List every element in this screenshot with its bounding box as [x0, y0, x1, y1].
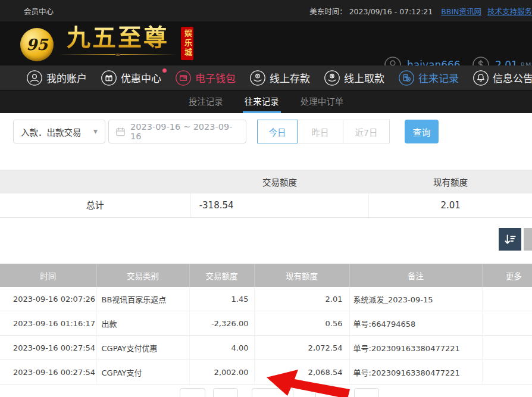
- cell-more: [482, 287, 532, 311]
- sort-toolbar: [499, 228, 532, 251]
- cell-amount: 2,002.00: [189, 360, 254, 385]
- cell-remark: 单号:202309163380477221: [349, 360, 482, 385]
- nav-item-ewallet[interactable]: 电子钱包: [176, 70, 236, 86]
- summary-header-row: 交易额度 现有额度: [0, 170, 532, 193]
- table-header-row: 时间 交易类别 交易额度 现有额度 备注 更多: [0, 264, 532, 287]
- calendar-icon: [115, 127, 126, 137]
- summary-total-label: 总计: [0, 193, 191, 217]
- summary-total-amount: -318.54: [191, 193, 370, 217]
- yesterday-button[interactable]: 昨日: [297, 120, 343, 143]
- sort-direction-button[interactable]: [524, 228, 532, 251]
- col-header-balance[interactable]: 现有额度: [254, 264, 349, 287]
- nav-label: 线上取款: [344, 70, 384, 85]
- cell-remark: 单号:664794658: [349, 311, 482, 336]
- gift-icon: [101, 70, 117, 86]
- wallet-icon: [176, 70, 191, 86]
- header-bar: 95 九五至尊 ∞ 娱乐城 haiyan666: [0, 21, 532, 65]
- withdraw-coin-icon: [324, 70, 340, 86]
- summary-header-balance: 现有额度: [369, 176, 532, 188]
- nav-label: 信息公告: [493, 70, 532, 85]
- logo-monogram: 95: [20, 28, 54, 61]
- cell-time: 2023-09-16 01:16:17: [0, 311, 96, 336]
- summary-total-row: 总计 -318.54 2.01: [0, 193, 532, 218]
- cell-remark: 单号:202309163380477221: [349, 336, 482, 360]
- nav-item-my-account[interactable]: 我的账户: [27, 70, 87, 86]
- bbin-news-link[interactable]: BBIN资讯网: [441, 5, 481, 17]
- user-icon: [27, 70, 42, 86]
- nav-item-withdraw[interactable]: 线上取款: [324, 70, 384, 86]
- transaction-type-value: 入款．出款交易: [21, 126, 82, 138]
- col-header-time[interactable]: 时间: [0, 264, 96, 287]
- cell-balance: 2,072.54: [254, 336, 349, 360]
- summary-table: 交易额度 现有额度 总计 -318.54 2.01: [0, 170, 532, 218]
- transaction-type-select[interactable]: 入款．出款交易 ▼: [13, 120, 105, 143]
- tab-pending-orders[interactable]: 处理中订单: [299, 90, 346, 113]
- table-body: 2023-09-16 02:07:26 BB视讯百家乐返点 1.45 2.01 …: [0, 287, 532, 385]
- deposit-coin-icon: [250, 70, 265, 86]
- tech-support-link[interactable]: 技术支持服务: [487, 5, 532, 17]
- col-header-amount[interactable]: 交易额度: [189, 264, 254, 287]
- nav-item-transaction-records[interactable]: 往来记录: [399, 70, 459, 86]
- cell-more: [482, 360, 532, 385]
- records-icon: [399, 70, 414, 86]
- cell-time: 2023-09-16 00:27:54: [0, 336, 96, 360]
- brand-name: 九五至尊: [67, 24, 169, 51]
- date-range-input[interactable]: 2023-09-16 ~ 2023-09-16: [108, 120, 246, 143]
- summary-header-amount: 交易额度: [190, 176, 369, 188]
- col-header-more[interactable]: 更多: [482, 264, 532, 287]
- cell-type: CGPAY支付优惠: [96, 336, 189, 360]
- cell-remark: 系统派发_2023-09-15: [349, 287, 482, 311]
- nav-item-promotions[interactable]: 优惠中心: [101, 70, 161, 86]
- cell-more: [482, 336, 532, 360]
- nav-label: 我的账户: [46, 70, 87, 85]
- sort-descending-button[interactable]: [499, 228, 521, 251]
- cell-type: BB视讯百家乐返点: [96, 287, 189, 311]
- last7days-button[interactable]: 近7日: [343, 120, 390, 143]
- cell-more: [482, 311, 532, 336]
- summary-total-balance: 2.01: [369, 200, 532, 211]
- pagination-first-button[interactable]: [180, 388, 205, 397]
- nav-label: 线上存款: [270, 70, 310, 85]
- nav-label: 往来记录: [418, 70, 459, 85]
- nav-item-announcements[interactable]: 信息公告: [473, 70, 532, 86]
- top-info-bar: 会员中心 美东时间： 2023/09/16 - 07:12:21 BBIN资讯网…: [0, 0, 532, 21]
- pagination-last-button[interactable]: [354, 388, 379, 397]
- pagination-page-indicator[interactable]: [252, 388, 293, 397]
- tab-bet-records[interactable]: 投注记录: [187, 90, 225, 113]
- table-row[interactable]: 2023-09-16 02:07:26 BB视讯百家乐返点 1.45 2.01 …: [0, 287, 532, 311]
- cell-amount: 1.45: [189, 287, 254, 311]
- date-range-value: 2023-09-16 ~ 2023-09-16: [130, 122, 239, 141]
- cell-type: CGPAY支付: [96, 360, 189, 385]
- search-button[interactable]: 查询: [405, 120, 439, 143]
- arrow-down-icon: [528, 233, 532, 246]
- cell-time: 2023-09-16 00:27:54: [0, 360, 96, 385]
- chevron-down-icon: ▼: [93, 129, 98, 135]
- table-row[interactable]: 2023-09-16 00:27:54 CGPAY支付 2,002.00 2,0…: [0, 360, 532, 385]
- member-center-label: 会员中心: [24, 5, 54, 17]
- records-subnav: 投注记录 往来记录 处理中订单: [0, 90, 532, 113]
- brand-logo[interactable]: 95 九五至尊 ∞ 娱乐城: [20, 24, 193, 61]
- server-time: 美东时间： 2023/09/16 - 07:12:21: [309, 5, 433, 17]
- pagination-next-button[interactable]: [315, 388, 344, 397]
- member-center-page: 会员中心 美东时间： 2023/09/16 - 07:12:21 BBIN资讯网…: [0, 0, 532, 397]
- cell-balance: 2,068.54: [254, 360, 349, 385]
- today-button[interactable]: 今日: [257, 120, 298, 143]
- table-row[interactable]: 2023-09-16 00:27:54 CGPAY支付优惠 4.00 2,072…: [0, 336, 532, 360]
- main-navigation: 我的账户 优惠中心 电子钱包: [0, 65, 532, 90]
- quick-range-group: 今日 昨日 近7日: [257, 120, 390, 143]
- nav-label: 优惠中心: [121, 70, 161, 85]
- cell-amount: -2,326.00: [189, 311, 254, 336]
- sort-amount-desc-icon: [503, 233, 517, 246]
- cell-balance: 2.01: [254, 287, 349, 311]
- notification-dot: [162, 68, 167, 73]
- cell-type: 出款: [96, 311, 189, 336]
- table-row[interactable]: 2023-09-16 01:16:17 出款 -2,326.00 0.56 单号…: [0, 311, 532, 336]
- brand-badge: 娱乐城: [181, 27, 193, 60]
- nav-label: 电子钱包: [195, 70, 236, 85]
- col-header-remark[interactable]: 备注: [349, 264, 482, 287]
- nav-item-deposit[interactable]: 线上存款: [250, 70, 310, 86]
- col-header-type[interactable]: 交易类别: [96, 264, 189, 287]
- cell-balance: 0.56: [254, 311, 349, 336]
- tab-transaction-records[interactable]: 往来记录: [243, 90, 281, 113]
- pagination-prev-button[interactable]: [213, 388, 238, 397]
